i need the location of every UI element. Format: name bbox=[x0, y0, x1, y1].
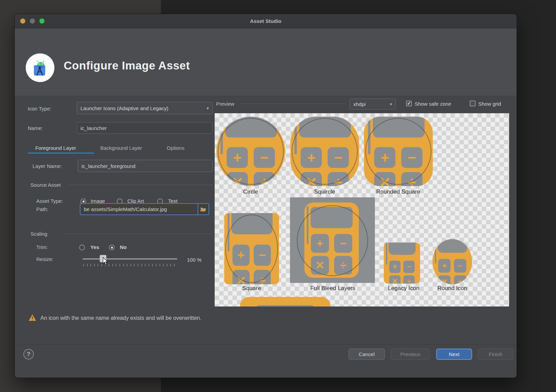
trim-option-no[interactable]: No bbox=[120, 244, 127, 250]
icon-type-dropdown[interactable]: Launcher Icons (Adaptive and Legacy) ▾ bbox=[77, 102, 213, 114]
name-label: Name: bbox=[28, 125, 43, 131]
preview-divider bbox=[241, 104, 345, 104]
scaling-divider bbox=[63, 234, 213, 234]
density-value: xhdpi bbox=[353, 101, 366, 107]
warning-icon bbox=[29, 314, 36, 321]
previous-button[interactable]: Previous bbox=[391, 349, 430, 360]
chevron-down-icon: ▾ bbox=[390, 102, 392, 107]
asset-studio-dialog: Asset Studio Configure Im bbox=[14, 14, 517, 378]
icon-type-label: Icon Type: bbox=[28, 106, 51, 112]
preview-canvas: +− ✕÷ +− ✕÷ +− ✕÷ Circle Squircle Rounde… bbox=[215, 113, 509, 306]
tab-foreground-layer[interactable]: Foreground Layer bbox=[35, 145, 76, 153]
path-input[interactable] bbox=[80, 203, 198, 215]
trim-radio-yes[interactable] bbox=[79, 245, 85, 250]
next-button[interactable]: Next bbox=[436, 349, 472, 360]
trim-option-yes[interactable]: Yes bbox=[90, 244, 99, 250]
preview-section-label: Preview bbox=[216, 101, 234, 107]
resize-slider-track[interactable] bbox=[83, 258, 177, 260]
tile-label: Full Bleed Layers bbox=[300, 285, 365, 292]
chevron-down-icon: ▾ bbox=[206, 106, 209, 111]
tile-label: Round Icon bbox=[432, 285, 473, 292]
screenshot-root: Asset Studio Configure Im bbox=[0, 0, 556, 392]
resize-value: 100 % bbox=[187, 257, 202, 263]
tab-options[interactable]: Options bbox=[167, 145, 185, 153]
resize-label: Resize: bbox=[36, 256, 53, 262]
android-studio-logo-icon bbox=[26, 53, 54, 82]
icon-type-value: Launcher Icons (Adaptive and Legacy) bbox=[80, 105, 168, 111]
tile-label: Squircle bbox=[301, 188, 349, 195]
resize-slider-ticks bbox=[83, 264, 177, 266]
scaling-section-label: Scaling bbox=[30, 231, 47, 237]
finish-button[interactable]: Finish bbox=[478, 349, 513, 360]
page-title: Configure Image Asset bbox=[64, 59, 190, 72]
tile-label: Legacy Icon bbox=[385, 285, 422, 292]
help-button[interactable]: ? bbox=[23, 349, 34, 360]
preview-tile-partial bbox=[240, 297, 330, 306]
tile-label: Circle bbox=[227, 188, 275, 195]
trim-radio-no[interactable] bbox=[109, 245, 115, 250]
dialog-header: Configure Image Asset bbox=[15, 28, 517, 96]
window-title: Asset Studio bbox=[15, 14, 517, 28]
path-label: Path: bbox=[36, 206, 48, 212]
show-safe-zone-checkbox[interactable] bbox=[406, 101, 412, 106]
preview-tile-legacy: +− ✕÷ bbox=[384, 243, 420, 284]
preview-tile-round: +− ✕÷ bbox=[432, 239, 472, 284]
mouse-cursor-icon bbox=[102, 257, 110, 266]
source-asset-section-label: Source Asset bbox=[30, 182, 61, 188]
warning-text: An icon with the same name already exist… bbox=[40, 315, 201, 321]
tab-background-layer[interactable]: Background Layer bbox=[100, 145, 142, 153]
preview-tile-square: +− ✕÷ bbox=[224, 213, 279, 284]
footer-divider bbox=[15, 344, 517, 344]
layer-name-label: Layer Name: bbox=[33, 163, 62, 169]
browse-folder-button[interactable] bbox=[198, 203, 209, 215]
layer-name-input[interactable] bbox=[78, 160, 213, 172]
preview-tile-rounded-square: +− ✕÷ bbox=[364, 117, 433, 186]
tile-label: Square bbox=[228, 285, 276, 292]
tile-label: Rounded Square bbox=[364, 188, 432, 195]
asset-type-label: Asset Type: bbox=[36, 198, 63, 204]
title-bar: Asset Studio bbox=[15, 14, 517, 28]
show-grid-label[interactable]: Show grid bbox=[478, 101, 501, 107]
preview-tile-full-bleed: +− ✕÷ bbox=[290, 197, 375, 283]
density-dropdown[interactable]: xhdpi ▾ bbox=[350, 99, 396, 109]
active-tab-underline bbox=[28, 153, 94, 154]
preview-tile-squircle: +− ✕÷ bbox=[290, 117, 359, 186]
name-input[interactable] bbox=[77, 122, 213, 134]
cancel-button[interactable]: Cancel bbox=[349, 349, 385, 360]
trim-label: Trim: bbox=[36, 244, 48, 250]
preview-tile-circle: +− ✕÷ bbox=[216, 117, 285, 186]
show-safe-zone-label[interactable]: Show safe zone bbox=[415, 101, 451, 107]
folder-icon bbox=[200, 207, 206, 212]
source-asset-divider bbox=[70, 185, 213, 185]
show-grid-checkbox[interactable] bbox=[470, 101, 476, 106]
